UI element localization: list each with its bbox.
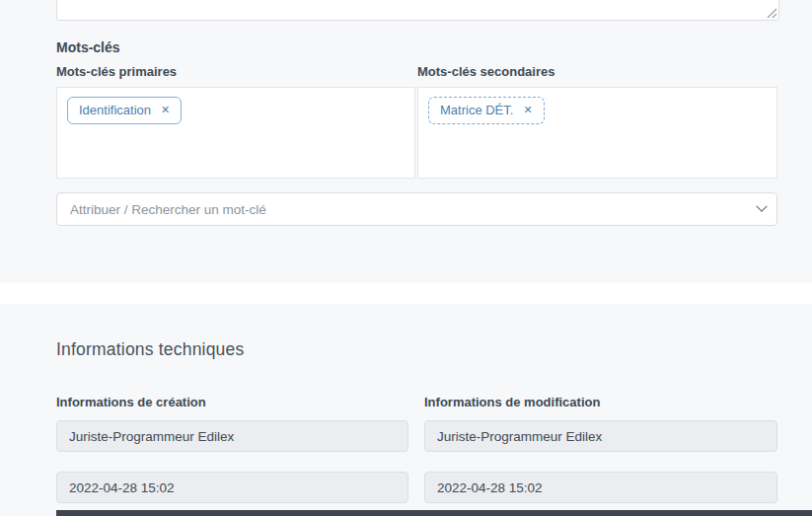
modification-info-label: Informations de modification <box>424 395 600 409</box>
modification-author-value: Juriste-Programmeur Edilex <box>437 429 602 444</box>
creation-datetime-field: 2022-04-28 15:02 <box>56 472 408 503</box>
creation-author-value: Juriste-Programmeur Edilex <box>69 429 234 444</box>
technical-info-section: Informations techniques Informations de … <box>0 304 812 516</box>
technical-info-title: Informations techniques <box>56 339 244 360</box>
primary-keywords-label: Mots-clés primaires <box>56 64 177 79</box>
creation-datetime-value: 2022-04-28 15:02 <box>69 480 175 495</box>
remove-tag-icon[interactable]: ✕ <box>523 105 532 115</box>
secondary-keywords-box: Matrice DÉT. ✕ <box>417 87 777 179</box>
page: Mots-clés Mots-clés primaires Mots-clés … <box>0 0 812 516</box>
keyword-tag: Matrice DÉT. ✕ <box>428 97 545 124</box>
remove-tag-icon[interactable]: ✕ <box>161 105 170 115</box>
chevron-down-icon[interactable] <box>747 205 776 213</box>
creation-author-field: Juriste-Programmeur Edilex <box>56 420 408 452</box>
primary-keywords-box: Identification ✕ <box>56 87 415 179</box>
modification-datetime-value: 2022-04-28 15:02 <box>437 480 543 495</box>
modification-datetime-field: 2022-04-28 15:02 <box>424 472 777 503</box>
description-textarea[interactable] <box>56 0 779 21</box>
secondary-keywords-label: Mots-clés secondaires <box>417 64 554 79</box>
keyword-search-dropdown[interactable]: Attribuer / Rechercher un mot-clé <box>56 192 777 226</box>
keywords-section: Mots-clés Mots-clés primaires Mots-clés … <box>0 0 812 283</box>
keyword-tag: Identification ✕ <box>67 97 182 124</box>
keyword-tag-label: Matrice DÉT. <box>440 103 513 117</box>
keywords-title: Mots-clés <box>56 39 120 55</box>
creation-info-label: Informations de création <box>56 395 206 409</box>
keyword-tag-label: Identification <box>79 103 151 117</box>
modification-author-field: Juriste-Programmeur Edilex <box>424 420 777 452</box>
keyword-search-placeholder: Attribuer / Rechercher un mot-clé <box>57 202 747 217</box>
bottom-panel-edge <box>56 510 812 516</box>
